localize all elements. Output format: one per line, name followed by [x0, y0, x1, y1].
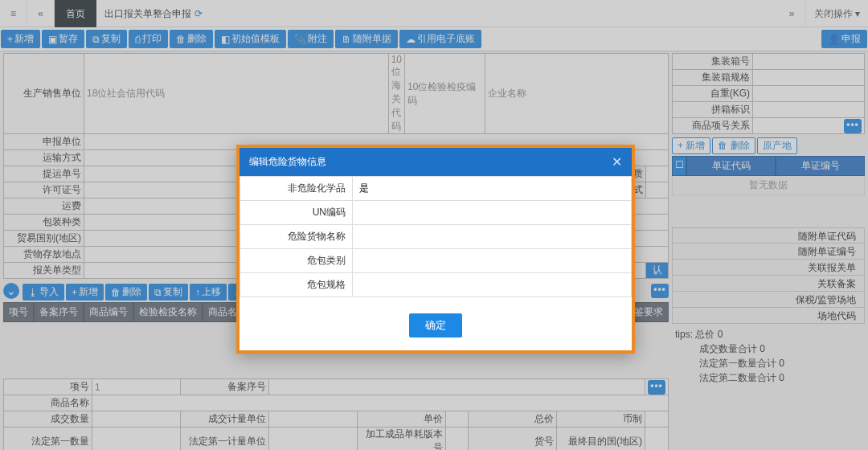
dangerous-goods-modal: 编辑危险货物信息 ✕ 非危险化学品 UN编码 危险货物名称 危包类别 危包规格 — [236, 145, 635, 354]
modal-input-nonhazard[interactable] — [359, 183, 624, 194]
modal-ok-button[interactable]: 确定 — [409, 313, 462, 338]
modal-input-dg-name[interactable] — [359, 231, 624, 243]
modal-lbl-pack-class: 危包类别 — [240, 249, 353, 273]
modal-lbl-pack-spec: 危包规格 — [240, 273, 353, 297]
modal-input-pack-class[interactable] — [359, 256, 624, 267]
modal-input-pack-spec[interactable] — [359, 280, 624, 291]
modal-lbl-dg-name: 危险货物名称 — [240, 225, 353, 249]
modal-lbl-nonhazard: 非危险化学品 — [240, 177, 353, 201]
modal-lbl-un: UN编码 — [240, 201, 353, 225]
modal-close-icon[interactable]: ✕ — [612, 154, 622, 170]
modal-input-un[interactable] — [359, 207, 624, 219]
modal-title: 编辑危险货物信息 — [249, 155, 326, 169]
